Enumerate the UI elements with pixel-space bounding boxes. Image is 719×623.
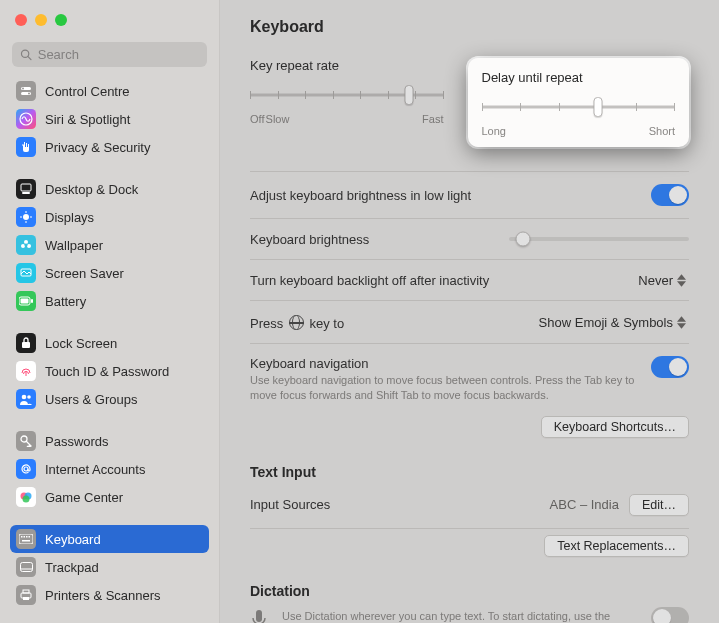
text-replacements-button[interactable]: Text Replacements… bbox=[544, 535, 689, 557]
press-globe-select[interactable]: Show Emoji & Symbols bbox=[539, 314, 689, 330]
backlight-off-after-value: Never bbox=[638, 273, 673, 288]
content-pane: Keyboard Key repeat rate Off Slow Fast D… bbox=[220, 0, 719, 623]
svg-rect-35 bbox=[22, 540, 30, 542]
dictation-section-title: Dictation bbox=[250, 583, 689, 599]
sidebar-item-label: Internet Accounts bbox=[45, 462, 145, 477]
screensaver-icon bbox=[16, 263, 36, 283]
sidebar-item-users-groups[interactable]: Users & Groups bbox=[10, 385, 209, 413]
page-title: Keyboard bbox=[250, 18, 689, 36]
at-icon bbox=[16, 459, 36, 479]
sidebar-item-screen-saver[interactable]: Screen Saver bbox=[10, 259, 209, 287]
adjust-brightness-low-light-label: Adjust keyboard brightness in low light bbox=[250, 188, 471, 203]
input-sources-label: Input Sources bbox=[250, 497, 330, 512]
svg-rect-30 bbox=[19, 534, 33, 544]
sidebar-item-passwords[interactable]: Passwords bbox=[10, 427, 209, 455]
delay-long-label: Long bbox=[482, 125, 506, 137]
svg-point-29 bbox=[23, 496, 30, 503]
svg-rect-32 bbox=[24, 536, 26, 538]
backlight-off-after-select[interactable]: Never bbox=[638, 272, 689, 288]
svg-point-23 bbox=[22, 395, 27, 400]
sidebar-item-keyboard[interactable]: Keyboard bbox=[10, 525, 209, 553]
sidebar-item-battery[interactable]: Battery bbox=[10, 287, 209, 315]
svg-point-9 bbox=[23, 214, 29, 220]
delay-until-repeat-thumb[interactable] bbox=[593, 97, 602, 117]
sidebar-item-trackpad[interactable]: Trackpad bbox=[10, 553, 209, 581]
fingerprint-icon bbox=[16, 361, 36, 381]
gamecenter-icon bbox=[16, 487, 36, 507]
sidebar-item-label: Control Centre bbox=[45, 84, 130, 99]
sidebar-item-label: Trackpad bbox=[45, 560, 99, 575]
sidebar-item-siri-spotlight[interactable]: Siri & Spotlight bbox=[10, 105, 209, 133]
sidebar: Control CentreSiri & SpotlightPrivacy & … bbox=[0, 0, 220, 623]
sidebar-item-label: Siri & Spotlight bbox=[45, 112, 130, 127]
keyboard-navigation-toggle[interactable] bbox=[651, 356, 689, 378]
chevron-updown-icon bbox=[677, 272, 689, 288]
svg-rect-8 bbox=[22, 192, 30, 194]
svg-point-17 bbox=[25, 244, 28, 247]
svg-rect-36 bbox=[20, 563, 32, 572]
press-globe-value: Show Emoji & Symbols bbox=[539, 315, 673, 330]
minimize-window-button[interactable] bbox=[35, 14, 47, 26]
keyboard-brightness-slider[interactable] bbox=[509, 237, 689, 241]
close-window-button[interactable] bbox=[15, 14, 27, 26]
search-field[interactable] bbox=[12, 42, 207, 67]
sidebar-item-control-centre[interactable]: Control Centre bbox=[10, 77, 209, 105]
delay-until-repeat-slider[interactable] bbox=[482, 99, 676, 115]
sidebar-item-displays[interactable]: Displays bbox=[10, 203, 209, 231]
sidebar-item-printers-scanners[interactable]: Printers & Scanners bbox=[10, 581, 209, 609]
lock-icon bbox=[16, 333, 36, 353]
sidebar-item-label: Printers & Scanners bbox=[45, 588, 161, 603]
sidebar-item-touch-id-password[interactable]: Touch ID & Password bbox=[10, 357, 209, 385]
sidebar-item-internet-accounts[interactable]: Internet Accounts bbox=[10, 455, 209, 483]
trackpad-icon bbox=[16, 557, 36, 577]
sidebar-item-label: Desktop & Dock bbox=[45, 182, 138, 197]
flower-icon bbox=[16, 235, 36, 255]
sidebar-item-label: Users & Groups bbox=[45, 392, 137, 407]
sidebar-item-desktop-dock[interactable]: Desktop & Dock bbox=[10, 175, 209, 203]
sidebar-item-game-center[interactable]: Game Center bbox=[10, 483, 209, 511]
svg-rect-22 bbox=[22, 342, 30, 348]
sidebar-item-privacy-security[interactable]: Privacy & Security bbox=[10, 133, 209, 161]
key-repeat-rate-block: Key repeat rate Off Slow Fast bbox=[250, 58, 444, 125]
delay-short-label: Short bbox=[649, 125, 675, 137]
key-repeat-rate-thumb[interactable] bbox=[404, 85, 413, 105]
keyboard-brightness-thumb[interactable] bbox=[516, 232, 531, 247]
key-repeat-rate-slider[interactable] bbox=[250, 87, 444, 103]
key-repeat-fast-label: Fast bbox=[422, 113, 443, 125]
search-input[interactable] bbox=[38, 47, 199, 62]
dock-icon bbox=[16, 179, 36, 199]
fullscreen-window-button[interactable] bbox=[55, 14, 67, 26]
svg-point-14 bbox=[24, 240, 28, 244]
input-sources-edit-button[interactable]: Edit… bbox=[629, 494, 689, 516]
svg-line-1 bbox=[28, 57, 31, 60]
users-icon bbox=[16, 389, 36, 409]
sidebar-item-label: Displays bbox=[45, 210, 94, 225]
keyboard-shortcuts-button[interactable]: Keyboard Shortcuts… bbox=[541, 416, 689, 438]
svg-point-16 bbox=[27, 244, 31, 248]
keyboard-icon bbox=[16, 529, 36, 549]
chevron-updown-icon bbox=[677, 314, 689, 330]
siri-icon bbox=[16, 109, 36, 129]
svg-rect-40 bbox=[23, 597, 29, 600]
input-sources-value: ABC – India bbox=[550, 497, 619, 512]
search-icon bbox=[20, 48, 32, 61]
sidebar-item-lock-screen[interactable]: Lock Screen bbox=[10, 329, 209, 357]
svg-rect-20 bbox=[31, 299, 33, 303]
keyboard-brightness-label: Keyboard brightness bbox=[250, 232, 369, 247]
adjust-brightness-low-light-toggle[interactable] bbox=[651, 184, 689, 206]
sidebar-item-label: Touch ID & Password bbox=[45, 364, 169, 379]
sidebar-list: Control CentreSiri & SpotlightPrivacy & … bbox=[0, 77, 219, 623]
printer-icon bbox=[16, 585, 36, 605]
sidebar-item-label: Battery bbox=[45, 294, 86, 309]
svg-rect-31 bbox=[21, 536, 23, 538]
sidebar-item-wallpaper[interactable]: Wallpaper bbox=[10, 231, 209, 259]
dictation-sublabel: Use Dictation wherever you can type text… bbox=[282, 609, 622, 623]
key-icon bbox=[16, 431, 36, 451]
display-icon bbox=[16, 207, 36, 227]
window-controls bbox=[0, 0, 219, 26]
svg-rect-21 bbox=[21, 299, 29, 304]
dictation-toggle[interactable] bbox=[651, 607, 689, 623]
sidebar-item-label: Privacy & Security bbox=[45, 140, 150, 155]
text-input-section-title: Text Input bbox=[250, 464, 689, 480]
svg-rect-41 bbox=[256, 610, 262, 622]
